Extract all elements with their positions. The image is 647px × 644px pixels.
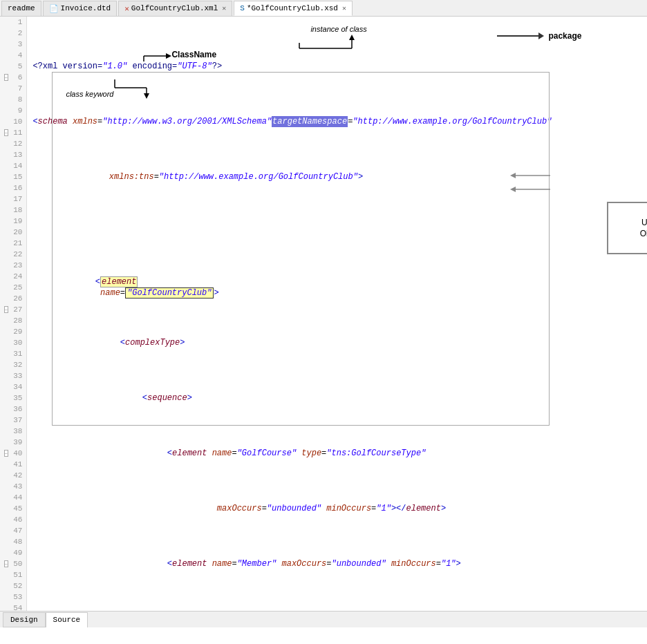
target-namespace-highlight: targetNamespace xyxy=(272,116,348,127)
fold-btn-50[interactable]: − xyxy=(4,560,9,567)
code-container[interactable]: 1 2 3 4 5 −6 7 8 9 10 −11 12 13 14 15 16… xyxy=(0,17,647,611)
classname-label: ClassName xyxy=(171,49,216,60)
tab-invoice-dtd[interactable]: 📄 Invoice.dtd xyxy=(43,1,118,16)
tab-close-icon[interactable]: ✕ xyxy=(342,4,346,12)
status-bar: Design Source xyxy=(0,611,647,627)
code-line-8: <element name="GolfCourse" type="tns:Gol… xyxy=(32,448,641,459)
code-content[interactable]: <?xml version="1.0" encoding="UTF-8"?> <… xyxy=(27,17,647,611)
instance-of-class-label: instance of class xyxy=(310,23,366,35)
fold-btn-27[interactable]: − xyxy=(4,306,9,313)
line-numbers: 1 2 3 4 5 −6 7 8 9 10 −11 12 13 14 15 16… xyxy=(0,17,27,611)
tab-source[interactable]: Source xyxy=(46,612,88,627)
file-icon: 📄 xyxy=(49,4,59,13)
tab-golfcountryclub-xsd[interactable]: S *GolfCountryClub.xsd ✕ xyxy=(234,1,353,16)
xml-file-icon: ✕ xyxy=(124,4,129,13)
tab-readme[interactable]: readme xyxy=(1,1,41,16)
package-arrow: package xyxy=(497,30,581,41)
editor-window: readme 📄 Invoice.dtd ✕ GolfCountryClub.x… xyxy=(0,0,647,627)
code-line-9: maxOccurs="unbounded" minOccurs="1"></el… xyxy=(32,503,641,514)
close-icon[interactable]: ✕ xyxy=(222,4,226,12)
tab-invoice-dtd-label: Invoice.dtd xyxy=(61,4,111,12)
tab-golfcountryclub-xml-label: GolfCountryClub.xml xyxy=(131,4,218,12)
class-keyword-label: class keyword xyxy=(66,88,113,100)
code-line-7: <sequence> xyxy=(32,392,641,404)
svg-marker-15 xyxy=(510,187,516,192)
code-line-10: <element name="Member" maxOccurs="unboun… xyxy=(32,558,641,569)
svg-marker-3 xyxy=(144,93,149,99)
code-line-1: <?xml version="1.0" encoding="UTF-8"?> xyxy=(32,61,641,72)
svg-marker-13 xyxy=(510,173,516,178)
user-defined-object-annotation: User DefinedObject xyxy=(557,169,647,265)
tab-design[interactable]: Design xyxy=(3,612,46,627)
xsd-file-icon: S xyxy=(240,4,245,12)
editor-area: 1 2 3 4 5 −6 7 8 9 10 −11 12 13 14 15 16… xyxy=(0,17,647,627)
code-line-5: <element name="GolfCountryClub"> xyxy=(32,282,641,293)
tab-readme-label: readme xyxy=(8,4,35,12)
tabs-bar: readme 📄 Invoice.dtd ✕ GolfCountryClub.x… xyxy=(0,0,647,17)
tab-golfcountryclub-xml[interactable]: ✕ GolfCountryClub.xml ✕ xyxy=(118,1,232,16)
code-line-2: <schema xmlns="http://www.w3.org/2001/XM… xyxy=(32,116,641,127)
svg-marker-8 xyxy=(349,35,355,40)
user-defined-object-box: User DefinedObject xyxy=(607,202,647,254)
classname-value: "GolfCountryClub" xyxy=(125,287,214,299)
svg-marker-11 xyxy=(166,53,171,59)
xml-pi: <?xml version="1.0" encoding="UTF-8"?> xyxy=(32,61,222,72)
fold-btn-11[interactable]: − xyxy=(4,129,9,136)
tab-golfcountryclub-xsd-label: *GolfCountryClub.xsd xyxy=(247,4,338,12)
code-line-6: <complexType> xyxy=(32,337,641,348)
fold-btn-40[interactable]: − xyxy=(4,450,9,457)
package-label: package xyxy=(548,30,581,41)
fold-btn-6[interactable]: − xyxy=(4,74,9,81)
element-keyword: element xyxy=(100,276,138,287)
code-line-4 xyxy=(32,227,641,238)
